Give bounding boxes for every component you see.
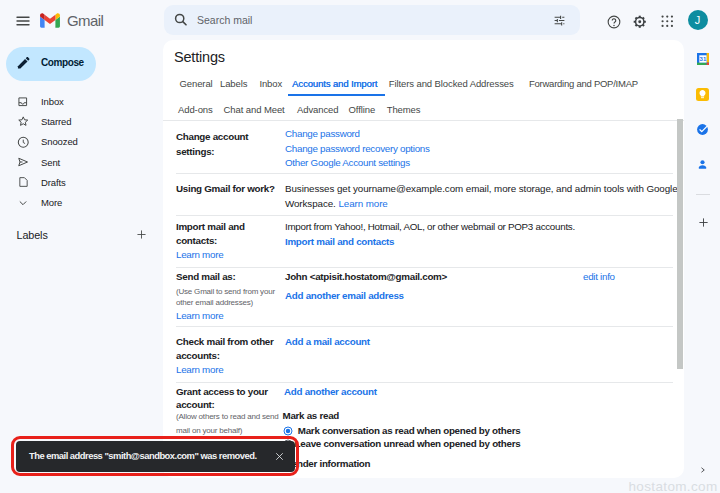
svg-text:31: 31 bbox=[699, 56, 706, 62]
